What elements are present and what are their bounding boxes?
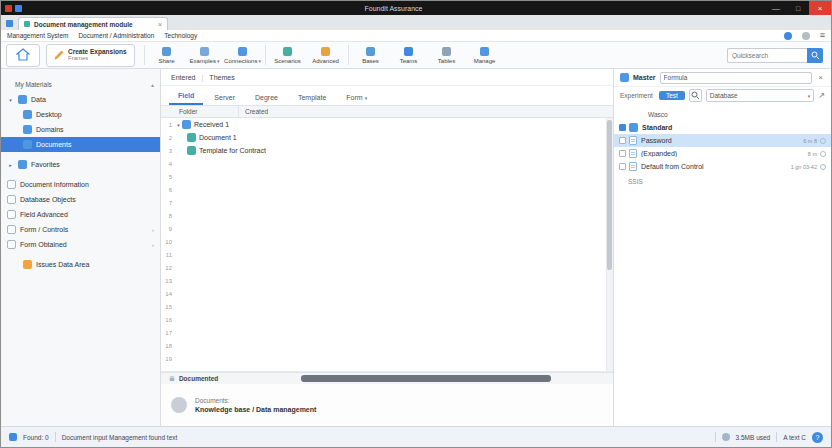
- tab-close-icon[interactable]: ×: [158, 21, 162, 28]
- document-tab[interactable]: Document management module ×: [18, 17, 168, 30]
- sidebar-item-my-materials[interactable]: My Materials ▴: [1, 77, 160, 92]
- menu-item-1[interactable]: Management System: [7, 32, 68, 39]
- sidebar-item-desktop[interactable]: Desktop: [1, 107, 160, 122]
- result-item-selected[interactable]: Password 6 m 8: [614, 134, 831, 147]
- checkbox[interactable]: [619, 163, 626, 170]
- toolbar-button-bases[interactable]: Bases: [352, 43, 390, 67]
- tab-template[interactable]: Template: [289, 91, 335, 105]
- maximize-button[interactable]: □: [787, 1, 809, 15]
- create-button[interactable]: Create Expansions Frames: [46, 44, 135, 67]
- table-row[interactable]: 1 ▾ Received 1: [161, 118, 613, 131]
- search-icon-button[interactable]: [689, 89, 702, 102]
- database-select[interactable]: Database ▾: [706, 89, 815, 102]
- toolbar-button-connections[interactable]: Connections▾: [224, 43, 262, 67]
- window-title: Foundit Assurance: [22, 5, 765, 12]
- tab-form[interactable]: Form▾: [337, 91, 376, 105]
- sidebar-item-domains[interactable]: Domains: [1, 122, 160, 137]
- chevron-up-icon[interactable]: ▴: [151, 81, 154, 88]
- tab-server[interactable]: Server: [205, 91, 244, 105]
- table-row-empty[interactable]: 17: [161, 326, 613, 339]
- toolbar-button-examples[interactable]: Examples▾: [186, 43, 224, 67]
- toolbar-button-teams[interactable]: Teams: [390, 43, 428, 67]
- breadcrumb-second[interactable]: Themes: [209, 74, 234, 81]
- table-row-empty[interactable]: 4: [161, 157, 613, 170]
- toolbar-button-share[interactable]: Share: [148, 43, 186, 67]
- expander-icon[interactable]: ▸: [7, 162, 14, 168]
- horizontal-scrollbar-thumb[interactable]: [301, 375, 551, 382]
- checkbox[interactable]: [619, 137, 626, 144]
- toolbar-button-manage[interactable]: Manage: [466, 43, 504, 67]
- expander-icon[interactable]: ▾: [175, 122, 182, 128]
- pinned-icon: [15, 5, 22, 12]
- tab-degree[interactable]: Degree: [246, 91, 287, 105]
- checkbox[interactable]: [619, 150, 626, 157]
- table-row-empty[interactable]: 11: [161, 248, 613, 261]
- result-item[interactable]: Default from Control 1 gn 03-42: [614, 160, 831, 173]
- table-row-empty[interactable]: 5: [161, 170, 613, 183]
- tab-field[interactable]: Field: [169, 89, 203, 105]
- minimize-button[interactable]: —: [765, 1, 787, 15]
- sidebar-item-issues-data-area[interactable]: Issues Data Area: [1, 257, 160, 272]
- help-button[interactable]: ?: [812, 432, 823, 443]
- vertical-scrollbar[interactable]: [606, 118, 613, 371]
- help-icon[interactable]: [802, 32, 810, 40]
- sidebar-item-document-information[interactable]: Document Information: [1, 177, 160, 192]
- table-row-empty[interactable]: 13: [161, 274, 613, 287]
- sidebar-item-data[interactable]: ▾ Data: [1, 92, 160, 107]
- breadcrumb-first[interactable]: Entered: [171, 74, 196, 81]
- hamburger-menu-icon[interactable]: ≡: [820, 31, 825, 40]
- table-row-empty[interactable]: 19: [161, 352, 613, 365]
- table-row-empty[interactable]: 12: [161, 261, 613, 274]
- sidebar-item-favorites[interactable]: ▸ Favorites: [1, 157, 160, 172]
- collapsed-panel-header[interactable]: ≣ Documented: [161, 372, 613, 384]
- close-panel-icon[interactable]: ×: [816, 73, 825, 82]
- grid-icon: [7, 210, 16, 219]
- quick-search-input[interactable]: [727, 48, 807, 63]
- expander-icon[interactable]: ▾: [7, 97, 14, 103]
- table-row-empty[interactable]: 7: [161, 196, 613, 209]
- user-icon[interactable]: [784, 32, 792, 40]
- table-row-empty[interactable]: 10: [161, 235, 613, 248]
- table-row-empty[interactable]: 14: [161, 287, 613, 300]
- sidebar-item-form-obtained[interactable]: Form Obtained ›: [1, 237, 160, 252]
- search-button[interactable]: [807, 48, 823, 63]
- table-row[interactable]: 2 Document 1: [161, 131, 613, 144]
- toolbar-separator: [144, 45, 145, 65]
- result-item[interactable]: Standard: [614, 121, 831, 134]
- menu-item-2[interactable]: Document / Administration: [78, 32, 154, 39]
- table-row[interactable]: 3 Template for Contract: [161, 144, 613, 157]
- scrollbar-thumb[interactable]: [607, 120, 612, 270]
- breadcrumb: Entered | Themes: [161, 69, 613, 86]
- menu-item-3[interactable]: Technology: [164, 32, 197, 39]
- toolbar-button-scenarios[interactable]: Scenarios: [269, 43, 307, 67]
- chevron-right-icon[interactable]: ›: [152, 227, 154, 233]
- toolbar-button-advanced[interactable]: Advanced: [307, 43, 345, 67]
- column-header-folder[interactable]: Folder: [161, 106, 239, 117]
- sidebar-item-documents[interactable]: Documents: [1, 137, 160, 152]
- toolbar-button-tables[interactable]: Tables: [428, 43, 466, 67]
- sidebar-item-form-controls[interactable]: Form / Controls ›: [1, 222, 160, 237]
- sidebar-item-field-advanced[interactable]: Field Advanced: [1, 207, 160, 222]
- window-controls: — □ ×: [765, 1, 831, 15]
- sidebar-item-database-objects[interactable]: Database Objects: [1, 192, 160, 207]
- chevron-right-icon[interactable]: ›: [152, 242, 154, 248]
- footer-label: Documents:: [195, 397, 316, 404]
- table-row-empty[interactable]: 6: [161, 183, 613, 196]
- examples-icon: [200, 47, 209, 56]
- panel-search-input[interactable]: [660, 72, 813, 84]
- footer-text: Knowledge base / Data management: [195, 406, 316, 413]
- table-row-empty[interactable]: 15: [161, 300, 613, 313]
- table-row-empty[interactable]: 9: [161, 222, 613, 235]
- close-button[interactable]: ×: [809, 1, 831, 15]
- table-row-empty[interactable]: 16: [161, 313, 613, 326]
- expand-panel-icon[interactable]: ↗: [818, 91, 825, 100]
- right-panel-title: Master: [633, 74, 656, 81]
- column-header-created[interactable]: Created: [239, 108, 268, 115]
- table-row-empty[interactable]: 18: [161, 339, 613, 352]
- checkbox[interactable]: [619, 124, 626, 131]
- home-button[interactable]: [6, 44, 40, 67]
- status-circle-icon: [820, 164, 826, 170]
- test-button[interactable]: Test: [659, 91, 685, 100]
- result-item[interactable]: (Expanded) 8 m: [614, 147, 831, 160]
- table-row-empty[interactable]: 8: [161, 209, 613, 222]
